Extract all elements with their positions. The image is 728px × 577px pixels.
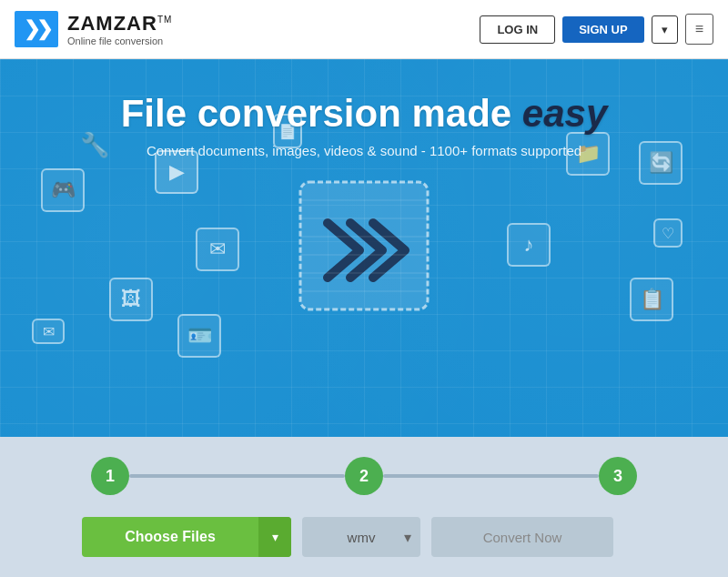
mail2-icon: ✉ [32, 319, 65, 344]
site-header: ❯❯ ZAMZARTM Online file conversion LOG I… [0, 0, 728, 59]
svg-rect-0 [300, 182, 428, 309]
gamepad-icon: 🎮 [41, 168, 85, 212]
logo-icon: ❯❯ [15, 11, 58, 47]
step-line-1-2 [129, 474, 345, 478]
mail-icon: ✉ [196, 228, 239, 271]
hero-title: File conversion made easy [121, 92, 608, 136]
menu-button[interactable]: ≡ [685, 14, 713, 45]
format-select[interactable]: wmv [302, 517, 420, 557]
convert-button[interactable]: Convert Now [431, 517, 613, 557]
step-1-circle: 1 [91, 457, 129, 495]
format-select-wrapper[interactable]: wmv [302, 517, 420, 557]
step-2-circle: 2 [345, 457, 383, 495]
refresh-icon: 🔄 [639, 141, 682, 185]
wrench-icon: 🔧 [73, 123, 116, 167]
choose-files-button[interactable]: Choose Files ▾ [82, 517, 291, 557]
brand-tagline: Online file conversion [67, 35, 172, 46]
step-line-2-3 [383, 474, 599, 478]
center-logo-illustration [282, 173, 446, 328]
heart-icon: ♡ [653, 218, 682, 248]
stack-icon: 📋 [630, 278, 673, 321]
id-icon: 🪪 [177, 314, 221, 358]
hero-section: 🔧 ▶ ✉ 🖼 🪪 🎮 📄 📁 🔄 ♪ 📋 ♡ ✉ [0, 59, 728, 437]
logo-area: ❯❯ ZAMZARTM Online file conversion [15, 11, 480, 47]
signup-button[interactable]: SIGN UP [562, 16, 643, 43]
choose-files-label: Choose Files [82, 529, 258, 545]
steps-controls: Choose Files ▾ wmv Convert Now [82, 517, 646, 557]
header-nav: LOG IN SIGN UP ▾ ≡ [480, 14, 713, 45]
steps-panel: 1 2 3 Choose Files ▾ wmv Convert Now [0, 437, 728, 577]
music-note-icon: ♪ [507, 223, 551, 267]
logo-text: ZAMZARTM Online file conversion [67, 12, 172, 46]
brand-name: ZAMZARTM [67, 12, 172, 35]
login-button[interactable]: LOG IN [480, 15, 555, 44]
choose-files-arrow-icon[interactable]: ▾ [258, 517, 291, 557]
steps-track: 1 2 3 [91, 457, 637, 495]
image-icon: 🖼 [109, 278, 153, 321]
logo-chevrons-icon: ❯❯ [24, 19, 49, 39]
step-3-circle: 3 [599, 457, 637, 495]
signup-dropdown-button[interactable]: ▾ [652, 15, 678, 44]
hero-subtitle: Convert documents, images, videos & soun… [147, 143, 581, 158]
